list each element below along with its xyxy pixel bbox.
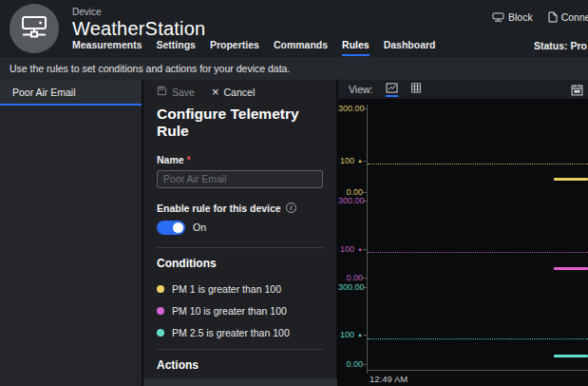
save-label: Save: [172, 87, 195, 98]
y-tick: [363, 161, 367, 162]
editor-toolbar: Save × Cancel: [157, 85, 323, 99]
divider: [157, 349, 323, 350]
condition-text: PM 10 is greater than 100: [172, 305, 287, 317]
condition-pm25[interactable]: PM 2.5 is greater than 100: [157, 327, 323, 338]
app-window: Device WeatherStation Measurements Setti…: [0, 0, 588, 386]
pm1-threshold-label: 100▲: [338, 156, 363, 165]
enable-rule-row: Enable rule for this device i: [157, 203, 323, 214]
name-field-label: Name *: [157, 154, 323, 165]
enable-rule-label: Enable rule for this device: [157, 203, 281, 214]
threshold-marker-icon: ▲: [357, 158, 363, 164]
pm10-axis-min-label: 0.00: [338, 273, 363, 282]
divider: [157, 247, 323, 248]
rules-sidebar: Poor Air Email: [0, 80, 142, 386]
pm25-axis-max-label: 300.00: [338, 282, 363, 292]
view-label: View:: [349, 84, 373, 95]
editor-title: Configure Telemetry Rule: [157, 106, 323, 140]
info-icon[interactable]: i: [286, 203, 296, 213]
block-button[interactable]: Block: [492, 11, 533, 23]
pm1-threshold-line: [368, 164, 588, 164]
y-tick: [363, 249, 367, 250]
page-title: WeatherStation: [72, 18, 205, 40]
pm10-threshold-line: [368, 252, 588, 253]
device-tabs: Measurements Settings Properties Command…: [72, 39, 436, 56]
connect-icon: [548, 11, 558, 23]
x-axis-line: [367, 370, 588, 371]
threshold-marker-icon: ▲: [357, 332, 363, 338]
rules-info-banner: Use the rules to set conditions and acti…: [0, 57, 588, 80]
tab-settings[interactable]: Settings: [157, 39, 196, 56]
pm25-threshold-label: 100▲: [338, 330, 363, 339]
toggle-knob: [173, 222, 183, 233]
horizontal-scrollbar[interactable]: [143, 378, 337, 386]
connect-label: Connect: [561, 11, 588, 23]
block-icon: [492, 12, 504, 23]
pm1-axis-max-label: 300.00: [338, 104, 363, 113]
toggle-state-label: On: [193, 222, 206, 233]
y-tick: [363, 192, 367, 193]
table-view-icon[interactable]: [410, 83, 422, 97]
pm1-data-line: [554, 178, 588, 181]
tab-rules[interactable]: Rules: [342, 39, 370, 56]
enable-rule-toggle[interactable]: [157, 221, 185, 235]
condition-color-dot: [157, 329, 164, 337]
pm10-threshold-label: 100▲: [338, 244, 363, 254]
x-axis-tick: [367, 370, 368, 374]
header-actions: Block Connect: [492, 11, 588, 23]
pm25-threshold-line: [368, 338, 588, 339]
chart-toolbar: View:: [338, 80, 588, 99]
cancel-button[interactable]: × Cancel: [212, 87, 255, 98]
tab-commands[interactable]: Commands: [274, 39, 328, 56]
telemetry-chart-panel: View: 12:49 AM 300.00 100▲ 0.00: [338, 80, 588, 386]
y-tick: [363, 364, 367, 365]
tab-measurements[interactable]: Measurements: [72, 39, 142, 56]
condition-pm10[interactable]: PM 10 is greater than 100: [157, 305, 323, 317]
device-header: Device WeatherStation Measurements Setti…: [0, 0, 588, 57]
x-axis-label: 12:49 AM: [370, 374, 408, 384]
device-icon: [20, 14, 48, 43]
toggle-row: On: [157, 221, 323, 235]
pm10-data-line: [554, 267, 588, 270]
conditions-title: Conditions: [157, 257, 323, 270]
actions-title: Actions: [157, 358, 323, 372]
sidebar-item-poor-air-email[interactable]: Poor Air Email: [0, 80, 142, 106]
condition-color-dot: [157, 307, 164, 315]
rule-name-label: Poor Air Email: [12, 87, 76, 98]
y-tick: [363, 278, 367, 279]
rule-editor-panel: Save × Cancel Configure Telemetry Rule N…: [143, 80, 337, 386]
device-status: Status: Pro: [534, 40, 587, 51]
threshold-marker-icon: ▲: [357, 246, 363, 252]
pm25-data-line: [554, 355, 588, 357]
rule-name-input[interactable]: [157, 170, 323, 188]
chart-view-icon[interactable]: [386, 83, 398, 97]
save-button[interactable]: Save: [157, 86, 195, 98]
pm25-axis-min-label: 0.00: [338, 359, 363, 369]
y-tick: [363, 335, 367, 336]
block-label: Block: [508, 11, 533, 23]
device-kicker: Device: [72, 7, 102, 17]
tab-dashboard[interactable]: Dashboard: [384, 39, 436, 56]
y-axis-line: [367, 105, 368, 370]
save-icon: [157, 86, 167, 98]
required-asterisk: *: [187, 154, 191, 165]
close-icon: ×: [212, 87, 219, 97]
pm10-axis-max-label: 300.00: [338, 196, 363, 205]
condition-text: PM 2.5 is greater than 100: [172, 327, 290, 338]
calendar-icon[interactable]: [571, 83, 583, 100]
connect-button[interactable]: Connect: [548, 11, 588, 23]
device-avatar: [9, 4, 59, 53]
condition-text: PM 1 is greater than 100: [172, 283, 281, 295]
cancel-label: Cancel: [224, 87, 256, 98]
tab-properties[interactable]: Properties: [210, 39, 259, 56]
condition-pm1[interactable]: PM 1 is greater than 100: [157, 283, 323, 295]
condition-color-dot: [157, 285, 164, 293]
